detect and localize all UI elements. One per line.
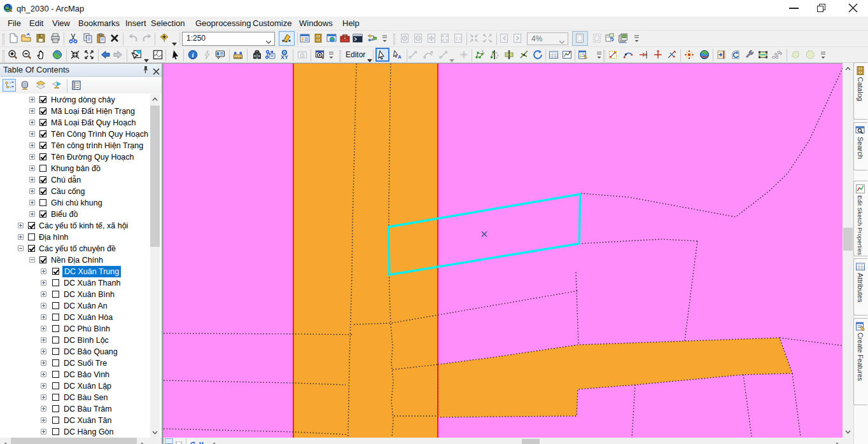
- svg-text:A: A: [398, 54, 402, 60]
- svg-text:1:1: 1:1: [455, 36, 461, 41]
- svg-text:XY: XY: [281, 54, 288, 60]
